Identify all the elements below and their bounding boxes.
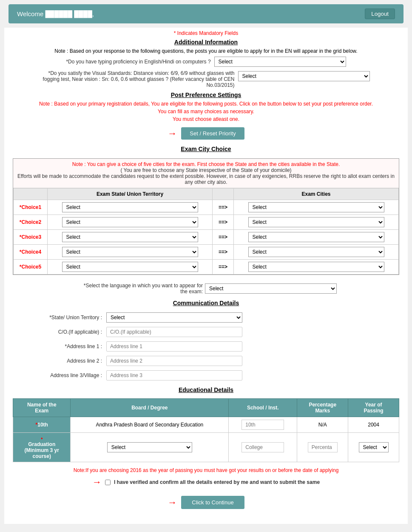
exam-city-title: Exam City Choice (13, 144, 399, 154)
post-pref-note2: You can fill as many choices as necessar… (13, 108, 399, 115)
edu-col-year: Year ofPassing (348, 399, 399, 417)
choice-label-2: *Choice2 (14, 215, 48, 230)
logout-button[interactable]: Logout (365, 9, 395, 19)
lang-label: *Select the language in which you want t… (75, 283, 203, 295)
edu-10th-label: *10th (13, 417, 71, 433)
comm-title: Communication Details (13, 298, 399, 308)
choice-label-5: *Choice5 (14, 260, 48, 275)
set-reset-priority-button[interactable]: Set / Reset Priority (181, 127, 244, 140)
continue-arrow-icon: → (168, 497, 177, 508)
edu-grad-year-cell: Select (348, 433, 399, 462)
edu-col-school: School / Inst. (229, 399, 297, 417)
welcome-text: Welcome ██████ ████, (17, 10, 94, 17)
addr1-label: *Address line 1 : (21, 343, 106, 349)
choice-state-cell-3: Select (48, 230, 213, 245)
choice-label-4: *Choice4 (14, 245, 48, 260)
edu-10th-percent: N/A (297, 417, 348, 433)
edu-row-graduation: • Graduation(Minimum 3 yrcourse) Select (13, 433, 399, 462)
choice-state-select-2[interactable]: Select (62, 217, 198, 227)
edu-grad-percent-input[interactable] (308, 442, 338, 452)
mandatory-note: * Indicates Mandatory Fields (13, 28, 399, 37)
visual-select[interactable]: Select (238, 71, 370, 81)
choice-label-1: *Choice1 (14, 200, 48, 215)
exam-city-note: Note : You can give a choice of five cit… (13, 159, 399, 188)
typing-row: *Do you have typing proficiency in Engli… (13, 55, 399, 69)
co-input[interactable] (106, 327, 242, 337)
exam-choice-row-5: *Choice5 Select ==> Select (14, 260, 399, 275)
choice-city-cell-4: Select (234, 245, 399, 260)
choice-state-cell-1: Select (48, 200, 213, 215)
choice-city-select-2[interactable]: Select (248, 217, 384, 227)
edu-grad-school-input[interactable] (242, 442, 284, 452)
choice-arrow-3: ==> (213, 230, 234, 245)
addr3-input[interactable] (106, 370, 242, 380)
choice-arrow-5: ==> (213, 260, 234, 275)
choice-city-select-4[interactable]: Select (248, 247, 384, 257)
choice-city-cell-1: Select (234, 200, 399, 215)
edu-col-board: Board / Degree (71, 399, 229, 417)
exam-city-note3: Efforts will be made to accommodate the … (17, 173, 395, 185)
choice-arrow-1: ==> (213, 200, 234, 215)
exam-choice-row-2: *Choice2 Select ==> Select (14, 215, 399, 230)
continue-button[interactable]: Click to Continue (181, 496, 244, 509)
post-preference-title: Post Preference Settings (13, 90, 399, 100)
exam-city-table: Exam State/ Union Territory Exam Cities … (13, 188, 399, 275)
edu-grad-board-select[interactable]: Select (107, 442, 192, 452)
edu-grad-board-cell: Select (71, 433, 229, 462)
choice-arrow-4: ==> (213, 245, 234, 260)
state-select[interactable]: Select (106, 312, 242, 323)
col-state-header: Exam State/ Union Territory (48, 189, 213, 200)
exam-city-note2: ( You are free to choose any State irres… (17, 167, 395, 173)
exam-choice-row-1: *Choice1 Select ==> Select (14, 200, 399, 215)
priority-arrow-icon: → (168, 128, 177, 139)
exam-city-section: Note : You can give a choice of five cit… (13, 158, 399, 275)
exam-choice-row-4: *Choice4 Select ==> Select (14, 245, 399, 260)
choice-state-select-1[interactable]: Select (62, 202, 198, 212)
addr1-row: *Address line 1 : (13, 339, 399, 354)
post-pref-note1: Note : Based on your primary registratio… (13, 100, 399, 108)
choice-city-select-1[interactable]: Select (248, 202, 384, 212)
choice-state-select-4[interactable]: Select (62, 247, 198, 257)
edu-row-10th: *10th Andhra Pradesh Board of Secondary … (13, 417, 399, 433)
col-arrow-header (213, 189, 234, 200)
confirm-arrow-icon: → (92, 477, 102, 488)
comm-section: *State/ Union Territory : Select C/O.(If… (13, 310, 399, 383)
visual-label: *Do you satisfy the Visual Standards: Di… (43, 70, 238, 88)
addr3-row: Address line 3/Village : (13, 368, 399, 383)
col-cities-header: Exam Cities (234, 189, 399, 200)
additional-info-title: Additional Information (13, 37, 399, 47)
addr1-input[interactable] (106, 341, 242, 352)
submit-note: Note:If you are choosing 2016 as the yea… (13, 466, 399, 475)
edu-col-name: Name of theExam (13, 399, 71, 417)
state-row: *State/ Union Territory : Select (13, 310, 399, 325)
visual-row: *Do you satisfy the Visual Standards: Di… (13, 69, 399, 90)
continue-btn-row: → Click to Continue (13, 489, 399, 515)
co-row: C/O.(If applicable) : (13, 325, 399, 339)
choice-label-3: *Choice3 (14, 230, 48, 245)
edu-grad-school-cell (229, 433, 297, 462)
edu-grad-year-select[interactable]: Select (359, 442, 389, 452)
confirm-checkbox[interactable] (105, 480, 111, 485)
additional-info-note: Note : Based on your response to the fol… (13, 47, 399, 55)
header-bar: Welcome ██████ ████, Logout (9, 4, 403, 23)
confirm-label: I have verified and confirm all the deta… (114, 479, 320, 485)
choice-state-select-5[interactable]: Select (62, 262, 198, 272)
lang-row: *Select the language in which you want t… (13, 279, 399, 298)
col-empty (14, 189, 48, 200)
state-label: *State/ Union Territory : (21, 315, 106, 320)
edu-grad-label: • Graduation(Minimum 3 yrcourse) (13, 433, 71, 462)
edu-10th-school-input[interactable] (242, 420, 284, 430)
edu-col-percent: PercentageMarks (297, 399, 348, 417)
edu-grad-percent-cell (297, 433, 348, 462)
choice-city-select-5[interactable]: Select (248, 262, 384, 272)
choice-state-cell-2: Select (48, 215, 213, 230)
typing-select[interactable]: Select (214, 57, 346, 67)
choice-city-select-3[interactable]: Select (248, 232, 384, 242)
choice-state-select-3[interactable]: Select (62, 232, 198, 242)
lang-select[interactable]: Select (205, 283, 337, 294)
choice-state-cell-4: Select (48, 245, 213, 260)
choice-city-cell-2: Select (234, 215, 399, 230)
addr2-input[interactable] (106, 356, 242, 366)
typing-label: *Do you have typing proficiency in Engli… (66, 59, 214, 65)
addr2-label: Address line 2 : (21, 358, 106, 364)
